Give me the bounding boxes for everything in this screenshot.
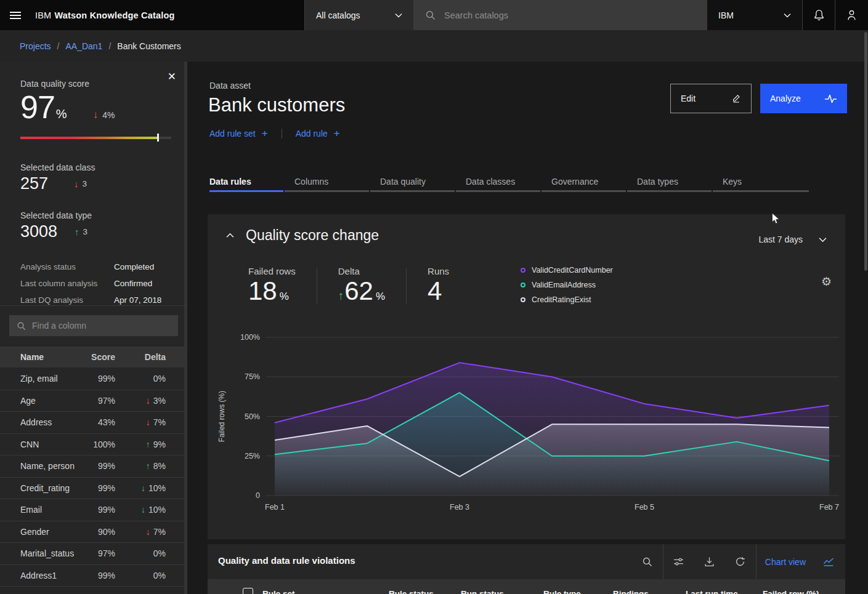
legend-item[interactable]: ValidEmailAddress — [521, 281, 613, 289]
divider — [0, 305, 187, 306]
asset-eyebrow: Data asset — [209, 81, 251, 90]
menu-icon — [10, 10, 21, 21]
chart-settings-button[interactable]: ⚙ — [821, 275, 832, 289]
edit-button[interactable]: Edit — [670, 84, 752, 113]
quality-score-value: 97 % ↓ 4% — [20, 90, 187, 125]
tab-data-classes[interactable]: Data classes — [456, 173, 540, 192]
column-score: 99% — [77, 461, 115, 471]
table-search-button[interactable] — [632, 544, 663, 579]
tab-keys[interactable]: Keys — [713, 173, 809, 192]
column-row[interactable]: Email99%↓10% — [0, 499, 184, 521]
catalog-selector[interactable]: All catalogs — [304, 0, 414, 30]
column-row[interactable]: Age97%↓3% — [0, 390, 184, 412]
column-row[interactable]: ↑ — [0, 586, 184, 594]
svg-text:Feb 1: Feb 1 — [265, 503, 285, 512]
search-icon — [642, 556, 652, 567]
analyze-activity-icon — [824, 94, 837, 104]
download-button[interactable] — [694, 544, 725, 579]
up-arrow-icon: ↑ — [75, 227, 79, 237]
asset-tabs: Data rulesColumnsData qualityData classe… — [209, 173, 810, 192]
column-delta: ↓10% — [115, 505, 166, 515]
plus-icon: + — [262, 127, 268, 140]
filter-button[interactable] — [663, 544, 694, 579]
column-score: 100% — [77, 439, 115, 449]
find-column-search — [9, 315, 178, 336]
quality-score-chart: 100%75%50%25%0Failed rows (%)Feb 1Feb 3F… — [208, 214, 845, 539]
svg-text:0: 0 — [256, 491, 260, 500]
column-row[interactable]: Marital_status97%0% — [0, 542, 184, 564]
legend-item[interactable]: CreditRatingExist — [521, 295, 613, 304]
column-score: 99% — [77, 483, 115, 493]
tab-data-quality[interactable]: Data quality — [370, 173, 455, 192]
search-catalogs-input[interactable] — [444, 10, 696, 20]
column-name: Address — [20, 417, 77, 427]
svg-text:Feb 5: Feb 5 — [635, 503, 654, 512]
column-name: Address1 — [20, 571, 77, 580]
column-row[interactable]: Address43%↓7% — [0, 411, 184, 433]
legend-swatch — [521, 268, 525, 273]
column-row[interactable]: Gender90%↓7% — [0, 521, 184, 543]
reset-icon — [735, 556, 745, 567]
violations-table-header: Rule setRule statusRun statusRule typeBi… — [208, 579, 845, 594]
time-range-selector[interactable]: Last 7 days — [758, 235, 827, 244]
breadcrumb-link-projects[interactable]: Projects — [20, 41, 51, 51]
profile-button[interactable] — [835, 0, 868, 30]
quality-score-label: Data quality score — [20, 79, 187, 89]
column-delta: ↑9% — [115, 439, 166, 449]
notifications-button[interactable] — [802, 0, 835, 30]
legend-label: ValidEmailAddress — [532, 281, 596, 289]
column-row[interactable]: Address199%0% — [0, 564, 184, 587]
add-actions: Add rule set+ Add rule+ — [209, 127, 340, 140]
reset-button[interactable] — [725, 544, 756, 579]
legend-swatch — [521, 297, 525, 302]
account-selector-label: IBM — [718, 10, 734, 20]
chart-view-toggle[interactable]: Chart view — [756, 544, 845, 579]
chevron-up-icon — [226, 233, 234, 238]
brand-prefix: IBM — [35, 10, 51, 20]
add-rule-set-button[interactable]: Add rule set+ — [209, 127, 268, 140]
find-column-input[interactable] — [32, 321, 171, 331]
column-delta: ↓7% — [115, 527, 166, 537]
column-score: 43% — [77, 417, 115, 427]
user-icon — [846, 9, 858, 21]
column-score: 97% — [77, 396, 115, 406]
breadcrumb: Projects / AA_Dan1 / Bank Customers — [0, 30, 868, 62]
sidebar-scrollbar[interactable] — [184, 62, 187, 594]
page-scrollbar[interactable] — [864, 32, 867, 271]
search-icon — [17, 321, 26, 331]
violations-col-rule-type: Rule type — [543, 589, 581, 594]
add-rule-button[interactable]: Add rule+ — [296, 127, 340, 140]
legend-item[interactable]: ValidCreditCardNumber — [521, 266, 613, 275]
close-button[interactable]: ✕ — [168, 71, 176, 82]
violations-card: Quality and data rule violations Chart v… — [208, 544, 845, 594]
column-score: 90% — [77, 527, 115, 537]
legend-label: ValidCreditCardNumber — [532, 266, 613, 275]
column-row[interactable]: CNN100%↑9% — [0, 433, 184, 456]
violations-col-run-status: Run status — [461, 589, 504, 594]
svg-text:Failed rows (%): Failed rows (%) — [217, 391, 226, 442]
tab-governance[interactable]: Governance — [541, 173, 626, 192]
tab-data-rules[interactable]: Data rules — [209, 173, 283, 192]
line-chart-icon — [823, 557, 834, 567]
select-all-checkbox[interactable] — [243, 588, 253, 594]
chart-legend: ValidCreditCardNumberValidEmailAddressCr… — [521, 266, 613, 310]
analyze-button[interactable]: Analyze — [760, 84, 847, 113]
column-score: 97% — [77, 548, 115, 558]
data-type-delta: 3 — [83, 227, 88, 236]
hamburger-menu-button[interactable] — [0, 0, 30, 30]
column-row[interactable]: Zip, email99%0% — [0, 367, 184, 390]
divider — [406, 268, 407, 304]
tab-columns[interactable]: Columns — [285, 173, 369, 192]
up-arrow-icon: ↑ — [338, 289, 344, 303]
meta-row: Last column analysis Confirmed — [20, 279, 187, 288]
data-quality-sidebar: ✕ Data quality score 97 % ↓ 4% Selected … — [0, 62, 187, 594]
breadcrumb-link-project[interactable]: AA_Dan1 — [65, 41, 102, 51]
data-class-delta: 3 — [83, 179, 87, 188]
account-selector[interactable]: IBM — [707, 0, 802, 30]
tab-data-types[interactable]: Data types — [627, 173, 712, 192]
violations-col-bindings: Bindings — [613, 589, 649, 594]
collapse-section-button[interactable] — [226, 233, 234, 238]
column-row[interactable]: Credit_rating99%↓10% — [0, 477, 184, 499]
column-row[interactable]: Name, person99%↑8% — [0, 455, 184, 477]
column-name: Email — [20, 505, 77, 515]
